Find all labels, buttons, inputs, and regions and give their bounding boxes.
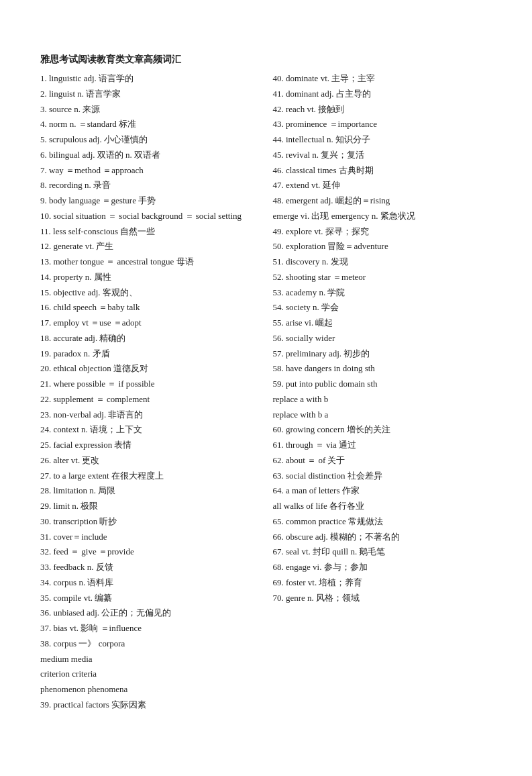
- list-item: 46. classical times 古典时期: [273, 163, 492, 179]
- list-item: 7. way ＝method ＝approach: [40, 163, 260, 179]
- list-item: 54. society n. 学会: [273, 300, 492, 316]
- list-item: 31. cover＝include: [40, 530, 260, 545]
- list-item: 14. property n. 属性: [40, 270, 260, 285]
- list-item: 60. growing concern 增长的关注: [273, 422, 492, 438]
- list-item: 4. norm n. ＝standard 标准: [40, 117, 260, 132]
- list-item: 16. child speech ＝baby talk: [40, 300, 260, 316]
- list-item: emerge vi. 出现 emergency n. 紧急状况: [273, 209, 492, 224]
- list-item: 66. obscure adj. 模糊的；不著名的: [273, 530, 492, 545]
- list-item: 44. intellectual n. 知识分子: [273, 132, 492, 148]
- list-item: 33. feedback n. 反馈: [40, 560, 260, 575]
- list-item: 45. revival n. 复兴；复活: [273, 148, 492, 163]
- list-item: 63. social distinction 社会差异: [273, 469, 492, 484]
- list-item: 43. prominence ＝importance: [273, 117, 492, 132]
- list-item: 25. facial expression 表情: [40, 438, 260, 453]
- list-item: 30. transcription 听抄: [40, 514, 260, 530]
- list-item: 64. a man of letters 作家: [273, 483, 492, 499]
- list-item: 35. compile vt. 编纂: [40, 591, 260, 606]
- list-item: 8. recording n. 录音: [40, 178, 260, 193]
- left-column: 1. linguistic adj. 语言学的2. linguist n. 语言…: [40, 71, 260, 713]
- list-item: 15. objective adj. 客观的、: [40, 285, 260, 301]
- list-item: 13. mother tongue ＝ ancestral tongue 母语: [40, 254, 260, 270]
- list-item: 9. body language ＝gesture 手势: [40, 193, 260, 209]
- list-item: 47. extend vt. 延伸: [273, 178, 492, 193]
- list-item: 32. feed ＝ give ＝provide: [40, 544, 260, 560]
- list-item: 21. where possible ＝ if possible: [40, 377, 260, 392]
- list-item: 27. to a large extent 在很大程度上: [40, 469, 260, 484]
- list-item: 69. foster vt. 培植；养育: [273, 575, 492, 591]
- list-item: 36. unbiased adj. 公正的；无偏见的: [40, 605, 260, 621]
- list-item: 37. bias vt. 影响 ＝influence: [40, 621, 260, 636]
- list-item: 18. accurate adj. 精确的: [40, 331, 260, 346]
- list-item: 38. corpus 一》 corpora: [40, 636, 260, 652]
- page-container: 雅思考试阅读教育类文章高频词汇 1. linguistic adj. 语言学的2…: [40, 54, 492, 713]
- list-item: 42. reach vt. 接触到: [273, 102, 492, 117]
- list-item: 34. corpus n. 语料库: [40, 575, 260, 591]
- list-item: 61. through ＝ via 通过: [273, 438, 492, 453]
- list-item: 41. dominant adj. 占主导的: [273, 87, 492, 102]
- list-item: 10. social situation ＝ social background…: [40, 209, 260, 224]
- list-item: 56. socially wider: [273, 331, 492, 346]
- list-item: 48. emergent adj. 崛起的＝rising: [273, 193, 492, 209]
- list-item: 24. context n. 语境；上下文: [40, 422, 260, 438]
- list-item: 11. less self-conscious 自然一些: [40, 224, 260, 240]
- list-item: replace with b a: [273, 407, 492, 423]
- list-item: 2. linguist n. 语言学家: [40, 87, 260, 102]
- list-item: 51. discovery n. 发现: [273, 254, 492, 270]
- list-item: 28. limitation n. 局限: [40, 483, 260, 499]
- list-item: 57. preliminary adj. 初步的: [273, 346, 492, 362]
- list-item: 19. paradox n. 矛盾: [40, 346, 260, 362]
- list-item: 68. engage vi. 参与；参加: [273, 560, 492, 575]
- list-item: 67. seal vt. 封印 quill n. 鹅毛笔: [273, 544, 492, 560]
- list-item: 23. non-verbal adj. 非语言的: [40, 407, 260, 423]
- list-item: 58. have dangers in doing sth: [273, 361, 492, 377]
- list-item: phenomenon phenomena: [40, 682, 260, 697]
- list-item: 39. practical factors 实际因素: [40, 697, 260, 713]
- list-item: 53. academy n. 学院: [273, 285, 492, 301]
- list-item: 70. genre n. 风格；领域: [273, 591, 492, 606]
- list-item: 59. put into public domain sth: [273, 377, 492, 392]
- list-item: medium media: [40, 652, 260, 667]
- list-item: 20. ethical objection 道德反对: [40, 361, 260, 377]
- list-item: 22. supplement ＝ complement: [40, 392, 260, 407]
- list-item: all walks of life 各行各业: [273, 499, 492, 514]
- page-title: 雅思考试阅读教育类文章高频词汇: [40, 54, 492, 66]
- list-item: 65. common practice 常规做法: [273, 514, 492, 530]
- list-item: 6. bilingual adj. 双语的 n. 双语者: [40, 148, 260, 163]
- list-item: 1. linguistic adj. 语言学的: [40, 71, 260, 87]
- list-item: 62. about ＝ of 关于: [273, 453, 492, 469]
- list-item: criterion criteria: [40, 667, 260, 682]
- list-item: 50. exploration 冒险＝adventure: [273, 239, 492, 254]
- list-item: replace a with b: [273, 392, 492, 407]
- list-item: 3. source n. 来源: [40, 102, 260, 117]
- list-item: 12. generate vt. 产生: [40, 239, 260, 254]
- list-item: 40. dominate vt. 主导；主宰: [273, 71, 492, 87]
- list-item: 5. scrupulous adj. 小心谨慎的: [40, 132, 260, 148]
- list-item: 55. arise vi. 崛起: [273, 316, 492, 331]
- right-column: 40. dominate vt. 主导；主宰41. dominant adj. …: [273, 71, 492, 713]
- list-item: 49. explore vt. 探寻；探究: [273, 224, 492, 240]
- main-content: 1. linguistic adj. 语言学的2. linguist n. 语言…: [40, 71, 492, 713]
- list-item: 17. employ vt ＝use ＝adopt: [40, 316, 260, 331]
- list-item: 52. shooting star ＝meteor: [273, 270, 492, 285]
- list-item: 26. alter vt. 更改: [40, 453, 260, 469]
- list-item: 29. limit n. 极限: [40, 499, 260, 514]
